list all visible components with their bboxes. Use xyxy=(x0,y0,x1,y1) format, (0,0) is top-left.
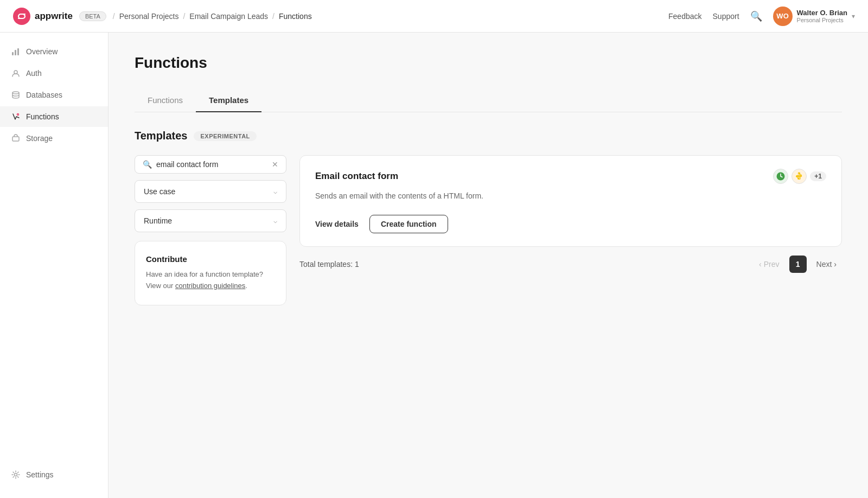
prev-chevron-icon: ‹ xyxy=(759,260,762,269)
header-left: appwrite BETA / Personal Projects / Emai… xyxy=(13,8,312,25)
main-content: Functions Functions Templates Templates … xyxy=(108,33,868,498)
sidebar-label-auth: Auth xyxy=(26,69,42,78)
node-icon xyxy=(773,169,788,184)
search-box: 🔍 ✕ xyxy=(135,155,286,174)
tab-templates[interactable]: Templates xyxy=(196,89,261,112)
svg-point-6 xyxy=(17,114,19,116)
section-header: Templates EXPERIMENTAL xyxy=(135,130,842,142)
runtime-chevron-icon: ⌵ xyxy=(273,217,277,225)
search-input[interactable] xyxy=(156,160,267,169)
svg-point-5 xyxy=(12,92,19,94)
logo-text: appwrite xyxy=(35,11,73,22)
python-icon xyxy=(792,169,807,184)
experimental-badge: EXPERIMENTAL xyxy=(194,131,256,141)
template-card-header: Email contact form +1 xyxy=(315,169,826,184)
use-case-chevron-icon: ⌵ xyxy=(273,188,277,195)
breadcrumb: / Personal Projects / Email Campaign Lea… xyxy=(113,12,312,21)
support-button[interactable]: Support xyxy=(713,12,739,21)
current-page-number: 1 xyxy=(789,256,807,273)
next-label: Next xyxy=(816,260,832,269)
sidebar-item-storage[interactable]: Storage xyxy=(0,128,108,149)
breadcrumb-personal-projects[interactable]: Personal Projects xyxy=(119,12,179,21)
svg-point-10 xyxy=(798,174,799,175)
clear-search-icon[interactable]: ✕ xyxy=(272,160,278,169)
template-icons: +1 xyxy=(773,169,826,184)
pagination-row: Total templates: 1 ‹ Prev 1 Next › xyxy=(299,256,842,273)
sidebar-bottom: Settings xyxy=(0,464,108,489)
user-dropdown[interactable]: WO Walter O. Brian Personal Projects ▾ xyxy=(773,7,855,26)
user-info: Walter O. Brian Personal Projects xyxy=(797,9,847,23)
search-button[interactable]: 🔍 xyxy=(750,10,762,22)
templates-content: 🔍 ✕ Use case ⌵ Runtime ⌵ Contribute Have… xyxy=(135,155,842,305)
svg-point-8 xyxy=(15,474,17,476)
contribute-card: Contribute Have an idea for a function t… xyxy=(135,241,286,305)
view-details-button[interactable]: View details xyxy=(315,220,359,228)
contribution-guidelines-link[interactable]: contribution guidelines xyxy=(175,282,245,290)
settings-icon xyxy=(11,470,21,480)
storage-icon xyxy=(11,133,21,143)
svg-rect-1 xyxy=(12,52,14,55)
functions-icon xyxy=(11,112,21,122)
svg-rect-3 xyxy=(17,48,19,55)
sidebar-label-functions: Functions xyxy=(26,112,59,121)
template-card-title: Email contact form xyxy=(315,171,398,182)
section-title: Templates xyxy=(135,130,187,142)
svg-point-0 xyxy=(13,8,30,25)
sidebar-item-overview[interactable]: Overview xyxy=(0,41,108,62)
user-project: Personal Projects xyxy=(797,17,844,23)
database-icon xyxy=(11,90,21,100)
logo[interactable]: appwrite xyxy=(13,8,73,25)
runtime-filter[interactable]: Runtime ⌵ xyxy=(135,209,286,232)
sidebar-item-functions[interactable]: Functions xyxy=(0,106,108,127)
template-actions: View details Create function xyxy=(315,215,826,233)
templates-left: 🔍 ✕ Use case ⌵ Runtime ⌵ Contribute Have… xyxy=(135,155,286,305)
template-description: Sends an email with the contents of a HT… xyxy=(315,190,826,202)
pagination: ‹ Prev 1 Next › xyxy=(754,256,842,273)
svg-point-4 xyxy=(14,71,17,74)
svg-rect-7 xyxy=(12,137,19,141)
breadcrumb-sep-2: / xyxy=(272,12,275,21)
prev-label: Prev xyxy=(764,260,780,269)
use-case-filter-label: Use case xyxy=(144,187,175,196)
template-card-email-contact-form: Email contact form +1 Sends an email wit… xyxy=(299,155,842,247)
layout: Overview Auth Databases Functions xyxy=(0,33,868,498)
page-title: Functions xyxy=(135,54,842,72)
sidebar-label-settings: Settings xyxy=(26,470,54,479)
header-right: Feedback Support 🔍 WO Walter O. Brian Pe… xyxy=(668,7,855,26)
contribute-text-after: . xyxy=(245,282,247,290)
use-case-filter[interactable]: Use case ⌵ xyxy=(135,180,286,203)
breadcrumb-sep-1: / xyxy=(183,12,185,21)
breadcrumb-sep-0: / xyxy=(113,12,115,21)
appwrite-logo-icon xyxy=(13,8,30,25)
beta-badge: BETA xyxy=(79,11,106,21)
contribute-title: Contribute xyxy=(146,254,275,264)
sidebar-label-overview: Overview xyxy=(26,47,58,56)
create-function-button[interactable]: Create function xyxy=(369,215,448,233)
next-page-button[interactable]: Next › xyxy=(811,257,842,272)
avatar: WO xyxy=(773,7,793,26)
sidebar-item-auth[interactable]: Auth xyxy=(0,63,108,84)
tabs: Functions Templates xyxy=(135,89,842,112)
runtime-filter-label: Runtime xyxy=(144,216,172,225)
feedback-button[interactable]: Feedback xyxy=(668,12,701,21)
tab-functions[interactable]: Functions xyxy=(135,89,196,112)
plus-badge: +1 xyxy=(810,171,826,181)
user-chevron-icon: ▾ xyxy=(852,12,855,20)
sidebar-item-settings[interactable]: Settings xyxy=(0,464,108,485)
breadcrumb-functions: Functions xyxy=(279,12,312,21)
svg-rect-2 xyxy=(15,50,16,55)
next-chevron-icon: › xyxy=(834,260,837,269)
header: appwrite BETA / Personal Projects / Emai… xyxy=(0,0,868,33)
svg-point-11 xyxy=(800,178,801,179)
prev-page-button[interactable]: ‹ Prev xyxy=(754,257,784,272)
sidebar-nav: Overview Auth Databases Functions xyxy=(0,41,108,149)
sidebar-item-databases[interactable]: Databases xyxy=(0,85,108,105)
sidebar-label-storage: Storage xyxy=(26,134,53,143)
auth-icon xyxy=(11,68,21,78)
sidebar-label-databases: Databases xyxy=(26,91,62,99)
search-icon: 🔍 xyxy=(143,160,152,169)
contribute-text: Have an idea for a function template? Vi… xyxy=(146,269,275,292)
chart-icon xyxy=(11,47,21,56)
breadcrumb-email-campaign[interactable]: Email Campaign Leads xyxy=(189,12,268,21)
sidebar: Overview Auth Databases Functions xyxy=(0,33,108,498)
